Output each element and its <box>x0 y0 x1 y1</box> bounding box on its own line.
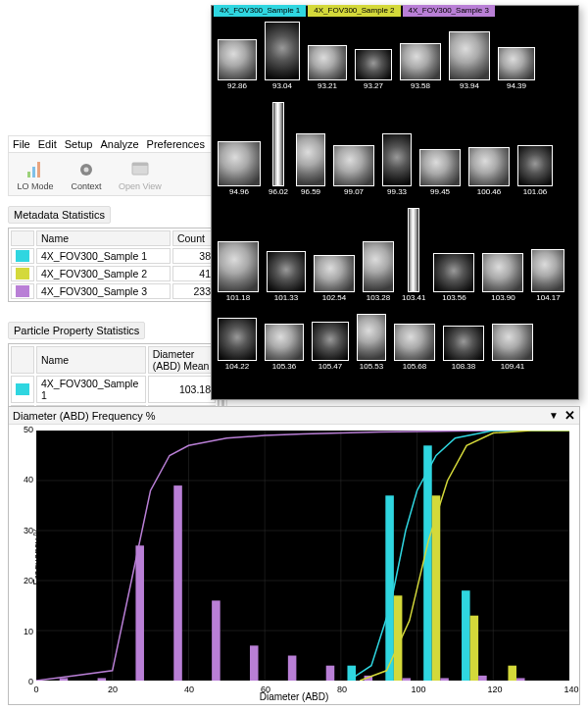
particle-thumb[interactable]: 105.53 <box>357 314 386 371</box>
table-row[interactable]: 4X_FOV300_Sample 1 103.18 <box>11 376 216 403</box>
particle-thumb[interactable]: 101.18 <box>218 241 259 302</box>
particle-props-title: Particle Property Statistics <box>8 322 145 339</box>
svg-rect-29 <box>60 678 69 681</box>
particle-label: 93.94 <box>460 81 479 90</box>
menu-preferences[interactable]: Preferences <box>147 138 205 150</box>
metadata-count: 38 <box>172 248 216 264</box>
particle-thumb[interactable]: 94.39 <box>498 47 535 90</box>
svg-rect-6 <box>132 163 148 166</box>
swatch-sample1 <box>16 250 29 262</box>
particle-label: 96.02 <box>269 187 288 196</box>
particle-thumb[interactable]: 101.06 <box>517 145 553 196</box>
particle-label: 103.41 <box>402 293 425 302</box>
particle-thumb[interactable]: 103.56 <box>433 253 474 302</box>
gallery-tab-sample3[interactable]: 4X_FOV300_Sample 3 <box>403 5 495 17</box>
particle-label: 101.18 <box>226 293 250 302</box>
gallery-tab-sample2[interactable]: 4X_FOV300_Sample 2 <box>308 5 400 17</box>
chart-title: Diameter (ABD) Frequency % <box>13 410 156 422</box>
particle-thumb[interactable]: 105.47 <box>312 322 349 371</box>
particle-label: 105.53 <box>360 362 383 371</box>
particle-label: 94.39 <box>507 81 526 90</box>
particle-label: 103.90 <box>491 293 514 302</box>
particle-thumb[interactable]: 96.59 <box>296 133 325 196</box>
svg-rect-38 <box>402 678 411 681</box>
svg-rect-2 <box>37 162 40 178</box>
swatch-sample1 <box>16 383 29 395</box>
particle-thumb[interactable]: 94.96 <box>218 141 261 196</box>
swatch-sample2 <box>16 268 29 279</box>
particle-label: 99.45 <box>430 187 450 196</box>
particle-label: 103.56 <box>442 293 466 302</box>
particle-thumb[interactable]: 100.46 <box>468 147 510 196</box>
svg-rect-34 <box>250 645 259 681</box>
table-row[interactable]: 4X_FOV300_Sample 2 41 <box>11 266 216 281</box>
x-tick: 140 <box>564 685 578 694</box>
svg-rect-40 <box>478 676 487 681</box>
particle-thumb[interactable]: 103.41 <box>402 208 425 302</box>
y-tick: 30 <box>12 526 33 535</box>
particle-thumb[interactable]: 104.17 <box>531 249 564 302</box>
lo-mode-button[interactable]: LO Mode <box>13 157 58 193</box>
particle-thumb[interactable]: 99.33 <box>382 133 412 196</box>
metadata-name: 4X_FOV300_Sample 2 <box>36 266 171 281</box>
svg-rect-36 <box>326 666 335 681</box>
metadata-name: 4X_FOV300_Sample 1 <box>36 248 171 264</box>
svg-rect-39 <box>440 678 449 681</box>
lo-mode-label: LO Mode <box>17 181 53 191</box>
particle-thumb[interactable]: 108.38 <box>443 326 484 371</box>
particle-thumb[interactable]: 103.28 <box>363 241 394 302</box>
menu-analyze[interactable]: Analyze <box>100 138 138 150</box>
menu-setup[interactable]: Setup <box>65 138 93 150</box>
chart-panel: Diameter (ABD) Frequency % ▼ ✕ Frequency… <box>8 406 580 705</box>
svg-rect-22 <box>385 495 394 681</box>
particle-label: 105.36 <box>272 362 296 371</box>
x-tick: 20 <box>108 685 118 694</box>
particle-thumb[interactable]: 102.54 <box>314 255 355 302</box>
particle-thumb[interactable]: 93.04 <box>265 22 300 90</box>
particle-label: 101.06 <box>523 187 547 196</box>
particle-thumb[interactable]: 105.68 <box>394 324 435 371</box>
pp-name: 4X_FOV300_Sample 1 <box>36 376 146 403</box>
particle-label: 100.46 <box>477 187 501 196</box>
metadata-col-name[interactable]: Name <box>36 230 171 246</box>
table-row[interactable]: 4X_FOV300_Sample 3 233 <box>11 283 216 299</box>
chart-header: Diameter (ABD) Frequency % ▼ ✕ <box>9 407 579 425</box>
table-row[interactable]: 4X_FOV300_Sample 1 38 <box>11 248 216 264</box>
particle-thumb[interactable]: 105.36 <box>265 324 304 371</box>
particle-thumb[interactable]: 96.02 <box>269 102 288 196</box>
particle-label: 101.33 <box>274 293 298 302</box>
particle-thumb[interactable]: 101.33 <box>267 251 306 302</box>
particle-label: 99.33 <box>387 187 407 196</box>
y-tick: 10 <box>12 627 33 636</box>
particle-label: 104.17 <box>536 293 560 302</box>
svg-rect-27 <box>470 616 479 681</box>
y-tick: 20 <box>12 576 33 585</box>
particle-thumb[interactable]: 93.94 <box>449 31 490 90</box>
pp-col-diam[interactable]: Diameter (ABD) Mean <box>148 346 216 374</box>
menu-bar: File Edit Setup Analyze Preferences Tool… <box>8 135 219 153</box>
particle-thumb[interactable]: 93.27 <box>355 49 392 90</box>
particle-thumb[interactable]: 103.90 <box>482 253 523 302</box>
gallery-body[interactable]: 92.8693.0493.2193.2793.5893.9494.3994.96… <box>212 18 578 399</box>
particle-thumb[interactable]: 109.41 <box>492 324 533 371</box>
particle-label: 104.22 <box>225 362 249 371</box>
pp-col-name[interactable]: Name <box>36 346 146 374</box>
metadata-col-count[interactable]: Count <box>172 230 216 246</box>
context-label: Context <box>71 181 101 191</box>
context-button[interactable]: Context <box>64 157 109 193</box>
particle-thumb[interactable]: 104.22 <box>218 318 257 371</box>
menu-edit[interactable]: Edit <box>38 138 57 150</box>
open-view-button[interactable]: Open View <box>115 157 166 193</box>
particle-label: 94.96 <box>229 187 249 196</box>
particle-thumb[interactable]: 99.45 <box>419 149 461 196</box>
particle-thumb[interactable]: 93.58 <box>400 43 441 90</box>
gallery-tab-sample1[interactable]: 4X_FOV300_Sample 1 <box>214 5 306 17</box>
particle-thumb[interactable]: 92.86 <box>218 39 257 90</box>
chart-plot-area[interactable] <box>36 431 569 681</box>
chevron-down-icon[interactable]: ▼ <box>549 410 559 421</box>
menu-file[interactable]: File <box>13 138 30 150</box>
particle-thumb[interactable]: 99.07 <box>333 145 374 196</box>
particle-thumb[interactable]: 93.21 <box>308 45 347 90</box>
svg-rect-31 <box>135 545 144 681</box>
close-icon[interactable]: ✕ <box>564 408 575 423</box>
